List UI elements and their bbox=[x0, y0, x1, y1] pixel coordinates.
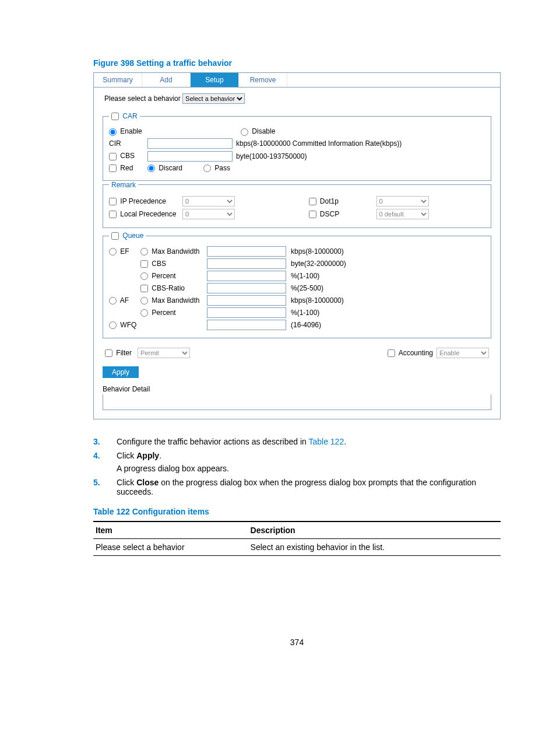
page-number: 374 bbox=[93, 638, 501, 647]
cir-hint: kbps(8-10000000 Committed Information Ra… bbox=[236, 139, 402, 148]
remark-fieldset: Remark IP Precedence 0 Local Precedence … bbox=[103, 181, 491, 228]
behavior-detail-box bbox=[103, 394, 491, 410]
filter-checkbox[interactable] bbox=[105, 349, 112, 357]
car-enable-radio[interactable] bbox=[109, 128, 117, 136]
wfq-input[interactable] bbox=[207, 320, 286, 330]
red-checkbox[interactable] bbox=[109, 164, 117, 172]
af-percent-radio[interactable] bbox=[140, 309, 148, 317]
dot1p-checkbox[interactable] bbox=[309, 198, 316, 205]
ip-precedence-select[interactable]: 0 bbox=[182, 196, 235, 206]
car-enable-checkbox[interactable] bbox=[111, 113, 119, 120]
dot1p-select[interactable]: 0 bbox=[376, 196, 429, 206]
queue-fieldset: Queue EF Max Bandwidth kbps(8-1000000) C… bbox=[103, 232, 491, 338]
ip-precedence-checkbox[interactable] bbox=[109, 198, 117, 205]
ef-cbs-checkbox[interactable] bbox=[140, 260, 148, 268]
local-precedence-select[interactable]: 0 bbox=[182, 209, 235, 219]
cbs-checkbox[interactable] bbox=[109, 153, 117, 160]
screenshot-panel: Summary Add Setup Remove Please select a… bbox=[93, 72, 501, 419]
queue-legend: Queue bbox=[122, 232, 143, 240]
tab-setup[interactable]: Setup bbox=[191, 73, 239, 87]
ef-maxbw-input[interactable] bbox=[207, 246, 286, 257]
accounting-select[interactable]: Enable bbox=[437, 348, 489, 358]
step-5: 5. Click Close on the progress dialog bo… bbox=[93, 478, 501, 496]
figure-title: Figure 398 Setting a traffic behavior bbox=[93, 58, 501, 68]
config-table: Item Description Please select a behavio… bbox=[93, 521, 501, 556]
af-maxbw-radio[interactable] bbox=[140, 297, 148, 304]
ef-percent-input[interactable] bbox=[207, 271, 286, 281]
ef-cbsratio-checkbox[interactable] bbox=[140, 285, 148, 292]
behavior-detail-label: Behavior Detail bbox=[103, 385, 491, 393]
af-maxbw-input[interactable] bbox=[207, 295, 286, 306]
tab-add[interactable]: Add bbox=[142, 73, 191, 87]
tabbar: Summary Add Setup Remove bbox=[94, 73, 500, 88]
table-122-link[interactable]: Table 122 bbox=[308, 437, 344, 446]
red-discard-radio[interactable] bbox=[147, 164, 155, 172]
tab-remove[interactable]: Remove bbox=[239, 73, 287, 87]
dscp-checkbox[interactable] bbox=[309, 211, 316, 218]
behavior-select-row: Please select a behavior Select a behavi… bbox=[94, 88, 500, 108]
car-fieldset: CAR Enable Disable CIR kbps(8-10000000 C… bbox=[103, 112, 491, 181]
cbs-input[interactable] bbox=[147, 151, 233, 162]
red-pass-radio[interactable] bbox=[203, 164, 211, 172]
queue-checkbox[interactable] bbox=[111, 232, 119, 240]
cir-input[interactable] bbox=[147, 138, 233, 149]
local-precedence-checkbox[interactable] bbox=[109, 211, 117, 218]
table-row: Please select a behavior Select an exist… bbox=[93, 539, 501, 556]
wfq-radio[interactable] bbox=[109, 321, 117, 329]
step-4: 4. Click Apply. A progress dialog box ap… bbox=[93, 451, 501, 473]
ef-percent-radio[interactable] bbox=[140, 272, 148, 280]
ef-radio[interactable] bbox=[109, 248, 117, 256]
apply-button[interactable]: Apply bbox=[103, 366, 139, 378]
table-title: Table 122 Configuration items bbox=[93, 507, 501, 516]
remark-legend: Remark bbox=[109, 181, 138, 189]
car-disable-radio[interactable] bbox=[241, 128, 248, 136]
th-description: Description bbox=[248, 522, 501, 539]
tab-summary[interactable]: Summary bbox=[94, 73, 142, 87]
af-percent-input[interactable] bbox=[207, 307, 286, 318]
th-item: Item bbox=[93, 522, 248, 539]
accounting-checkbox[interactable] bbox=[388, 349, 395, 357]
ef-maxbw-radio[interactable] bbox=[140, 248, 148, 256]
step-3: 3. Configure the traffic behavior action… bbox=[93, 437, 501, 446]
ef-cbs-input[interactable] bbox=[207, 258, 286, 269]
behavior-select[interactable]: Select a behavior bbox=[182, 93, 245, 104]
cbs-hint: byte(1000-193750000) bbox=[236, 152, 307, 160]
cir-label: CIR bbox=[109, 139, 144, 148]
ef-cbsratio-input[interactable] bbox=[207, 283, 286, 293]
dscp-select[interactable]: 0 default bbox=[376, 209, 429, 219]
af-radio[interactable] bbox=[109, 297, 117, 304]
car-legend: CAR bbox=[122, 112, 137, 120]
behavior-select-label: Please select a behavior bbox=[104, 94, 181, 103]
filter-select[interactable]: Permit bbox=[138, 348, 190, 358]
